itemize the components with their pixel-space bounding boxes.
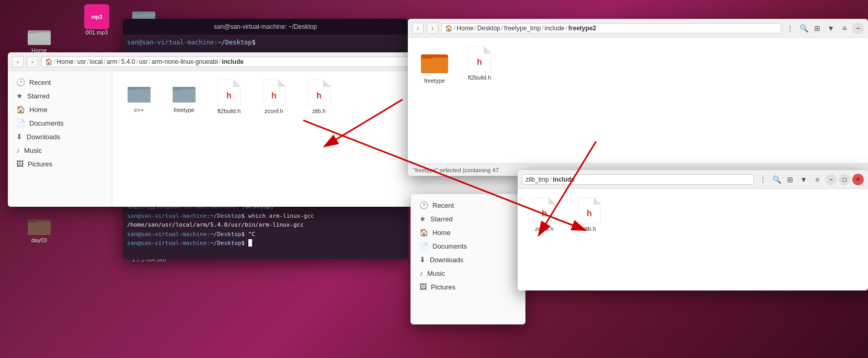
fm2-titlebar: ‹ › 🏠 / Home / Desktop / freetype_tmp / … <box>408 19 868 38</box>
file-manager-2: ‹ › 🏠 / Home / Desktop / freetype_tmp / … <box>408 19 868 176</box>
fm1-sidebar-starred[interactable]: ★ Starred <box>8 89 112 103</box>
fm1-forward-button[interactable]: › <box>27 56 38 68</box>
fm1-starred-label: Starred <box>27 92 50 100</box>
fm2-file-ft2build[interactable]: h ft2build.h <box>461 46 498 84</box>
fm2-status-text: "freetype" selected (containing 47 <box>413 167 499 173</box>
svg-rect-26 <box>421 54 432 59</box>
fm4-zlib-h-icon: h <box>578 197 601 223</box>
fm4-file-zconf[interactable]: h zconf.h <box>526 197 563 232</box>
svg-rect-14 <box>173 87 182 90</box>
downloads-icon: ⬇ <box>16 132 22 141</box>
svg-rect-5 <box>132 12 142 15</box>
fm1-sidebar-home[interactable]: 🏠 Home <box>8 103 112 116</box>
fm2-body: freetype h ft2build.h <box>408 38 868 163</box>
fm2-search-button[interactable]: 🔍 <box>798 23 809 34</box>
file-manager-4: zlib_tmp / include ⋮ 🔍 ⊞ ▼ ≡ − □ × <box>518 170 868 290</box>
cpp-folder-label: c++ <box>134 107 144 113</box>
fm4-search-button[interactable]: 🔍 <box>771 174 782 185</box>
fm4-list-button[interactable]: ≡ <box>812 174 823 185</box>
mp3-icon-label: 001.mp3 <box>86 29 108 36</box>
svg-marker-16 <box>233 80 241 87</box>
fm3-downloads[interactable]: ⬇ Downloads <box>411 253 525 266</box>
term-line-c: /home/san/usr/local/arm/5.4.0/usr/bin/ar… <box>127 220 404 230</box>
fm3-documents-label: Documents <box>432 242 467 250</box>
svg-rect-8 <box>28 219 37 222</box>
fm1-file-zconf[interactable]: h zconf.h <box>256 80 292 114</box>
terminal-body[interactable]: san@san-virtual-machine:~/Desktop$ <box>123 35 408 50</box>
fm2-breadcrumb[interactable]: 🏠 / Home / Desktop / freetype_tmp / incl… <box>441 23 781 33</box>
freetype-folder-label: freetype <box>174 107 195 113</box>
terminal-title: san@san-virtual-machine: ~/Desktop <box>214 23 317 30</box>
zconf-h-icon: h <box>262 80 285 106</box>
fm1-sidebar-music[interactable]: ♪ Music <box>8 143 112 157</box>
fm4-breadcrumb[interactable]: zlib_tmp / include <box>522 174 754 185</box>
fm4-sort-button[interactable]: ▼ <box>798 174 809 185</box>
fm1-sidebar-documents[interactable]: 📄 Documents <box>8 116 112 130</box>
fm1-back-button[interactable]: ‹ <box>12 56 24 68</box>
fm3-music[interactable]: ♪ Music <box>411 266 525 280</box>
fm4-file-zlib[interactable]: h zlib.h <box>571 197 608 232</box>
fm3-documents[interactable]: 📄 Documents <box>411 239 525 253</box>
fm1-home-label: Home <box>29 106 48 114</box>
fm3-home[interactable]: 🏠 Home <box>411 226 525 239</box>
fm1-sidebar-pictures[interactable]: 🖼 Pictures <box>8 157 112 171</box>
ft2build-h-icon: h <box>218 80 241 106</box>
svg-text:h: h <box>477 58 482 66</box>
term-line-b: san@san-virtual-machine:~/Desktop$ which… <box>127 211 404 221</box>
starred-icon: ★ <box>16 92 23 100</box>
fm1-file-zlib[interactable]: h zlib.h <box>301 80 337 114</box>
fm1-music-label: Music <box>24 147 42 154</box>
fm1-breadcrumb[interactable]: 🏠 / Home / usr / local / arm / 5.4.0 / u… <box>41 57 417 67</box>
fm4-minimize-button[interactable]: − <box>825 174 837 185</box>
recent-icon: 🕐 <box>16 78 25 86</box>
fm4-close-button[interactable]: × <box>852 174 864 185</box>
fm3-recent[interactable]: 🕐 Recent <box>411 198 525 212</box>
fm2-bc-home-icon: 🏠 <box>445 25 453 32</box>
fm3-pictures[interactable]: 🖼 Pictures <box>411 280 525 294</box>
home-nav-icon: 🏠 <box>16 105 25 114</box>
freetype-folder-icon <box>172 80 197 105</box>
svg-rect-2 <box>28 30 37 33</box>
desktop-icon-mp3[interactable]: mp3 001.mp3 <box>76 4 118 36</box>
fm2-back-button[interactable]: ‹ <box>412 23 424 34</box>
fm2-forward-button[interactable]: › <box>427 23 438 34</box>
fm2-file-freetype[interactable]: freetype <box>416 46 453 84</box>
fm3-docs-icon: 📄 <box>419 242 428 250</box>
day03-folder-icon <box>27 212 52 237</box>
terminal-window-2: 帮组件与技san@san-virtual-machine:~/Desktop$ … <box>123 199 408 259</box>
fm2-sort-button[interactable]: ▼ <box>825 23 837 34</box>
svg-rect-11 <box>128 87 137 90</box>
zlib-label: zlib.h <box>312 108 326 114</box>
fm1-file-cpp[interactable]: c++ <box>121 80 157 114</box>
fm4-grid-button[interactable]: ⊞ <box>784 174 796 185</box>
fm2-minimize-button[interactable]: − <box>852 23 864 34</box>
term-line-e: san@san-virtual-machine:~/Desktop$ <box>127 239 404 248</box>
fm4-zlib-label: zlib.h <box>583 226 596 232</box>
day03-icon-label: day03 <box>31 237 47 243</box>
svg-text:h: h <box>226 91 232 100</box>
fm3-starred-label: Starred <box>430 215 453 223</box>
fm4-menu-button[interactable]: ⋮ <box>757 174 769 185</box>
fm4-maximize-button[interactable]: □ <box>839 174 850 185</box>
fm3-starred-icon: ★ <box>419 215 426 223</box>
fm1-file-ft2build[interactable]: h ft2build.h <box>211 80 247 114</box>
fm1-sidebar-downloads[interactable]: ⬇ Downloads <box>8 130 112 143</box>
fm3-music-label: Music <box>427 270 445 277</box>
zconf-label: zconf.h <box>265 108 283 114</box>
fm3-starred[interactable]: ★ Starred <box>411 212 525 226</box>
zlib-h-icon: h <box>307 80 330 106</box>
fm2-grid-button[interactable]: ⊞ <box>812 23 823 34</box>
fm1-file-freetype[interactable]: freetype <box>166 80 202 114</box>
fm2-menu-button[interactable]: ⋮ <box>784 23 796 34</box>
svg-text:h: h <box>271 91 277 100</box>
svg-text:h: h <box>587 209 592 218</box>
fm1-pictures-label: Pictures <box>28 160 52 168</box>
desktop-icon-day03[interactable]: day03 <box>18 212 60 243</box>
fm1-documents-label: Documents <box>29 119 64 127</box>
desktop-icon-home[interactable]: Home <box>18 22 60 53</box>
fm2-list-button[interactable]: ≡ <box>839 23 850 34</box>
svg-text:h: h <box>316 91 322 100</box>
fm1-sidebar-recent[interactable]: 🕐 Recent <box>8 75 112 89</box>
fm3-recent-label: Recent <box>432 202 454 209</box>
fm3-pictures-label: Pictures <box>431 283 455 291</box>
